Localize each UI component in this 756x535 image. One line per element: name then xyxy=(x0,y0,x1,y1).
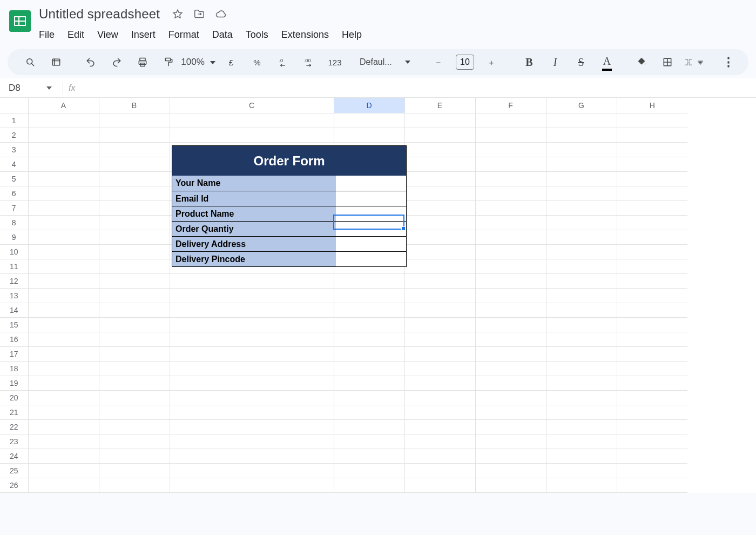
name-box[interactable]: D8 xyxy=(3,81,57,96)
cell-H24[interactable] xyxy=(617,449,687,463)
cell-G1[interactable] xyxy=(546,113,617,128)
cell-H16[interactable] xyxy=(617,332,687,346)
cell-A10[interactable] xyxy=(28,244,99,259)
cell-B2[interactable] xyxy=(99,128,170,142)
menu-view[interactable]: View xyxy=(91,26,125,44)
cell-D24[interactable] xyxy=(334,449,404,463)
cell-C18[interactable] xyxy=(170,361,334,376)
row-header-16[interactable]: 16 xyxy=(0,332,28,346)
cell-B20[interactable] xyxy=(99,390,170,405)
cell-G3[interactable] xyxy=(546,142,617,157)
cell-H4[interactable] xyxy=(617,157,687,171)
cell-B26[interactable] xyxy=(99,478,170,492)
cell-H15[interactable] xyxy=(617,317,687,332)
cell-D12[interactable] xyxy=(334,273,404,288)
row-header-21[interactable]: 21 xyxy=(0,405,28,419)
row-header-5[interactable]: 5 xyxy=(0,171,28,186)
order-form-label[interactable]: Email Id xyxy=(172,191,336,206)
redo-icon[interactable] xyxy=(107,52,126,72)
cell-H23[interactable] xyxy=(617,434,687,449)
row-header-22[interactable]: 22 xyxy=(0,419,28,434)
cell-D20[interactable] xyxy=(334,390,404,405)
bold-button[interactable]: B xyxy=(519,52,539,72)
row-header-19[interactable]: 19 xyxy=(0,376,28,390)
cell-G12[interactable] xyxy=(546,273,617,288)
cell-C15[interactable] xyxy=(170,317,334,332)
cell-E2[interactable] xyxy=(404,128,475,142)
borders-button[interactable] xyxy=(658,52,677,72)
cell-A26[interactable] xyxy=(28,478,99,492)
font-size-increase-button[interactable]: + xyxy=(482,52,501,72)
cell-B24[interactable] xyxy=(99,449,170,463)
cell-F23[interactable] xyxy=(475,434,546,449)
cell-D22[interactable] xyxy=(334,419,404,434)
cell-C13[interactable] xyxy=(170,288,334,303)
cell-E9[interactable] xyxy=(404,230,475,244)
cell-A6[interactable] xyxy=(28,186,99,200)
order-form-value[interactable] xyxy=(336,191,406,206)
cell-H18[interactable] xyxy=(617,361,687,376)
cell-A14[interactable] xyxy=(28,303,99,317)
cell-E10[interactable] xyxy=(404,244,475,259)
print-icon[interactable] xyxy=(133,52,152,72)
cell-A12[interactable] xyxy=(28,273,99,288)
column-header-G[interactable]: G xyxy=(546,98,617,113)
cell-F25[interactable] xyxy=(475,463,546,478)
cell-G20[interactable] xyxy=(546,390,617,405)
cell-G4[interactable] xyxy=(546,157,617,171)
cell-D2[interactable] xyxy=(334,128,404,142)
cell-H11[interactable] xyxy=(617,259,687,273)
cell-H9[interactable] xyxy=(617,230,687,244)
merge-cells-button[interactable] xyxy=(684,52,703,72)
order-form-label[interactable]: Delivery Pincode xyxy=(172,252,336,266)
row-header-7[interactable]: 7 xyxy=(0,200,28,215)
column-header-H[interactable]: H xyxy=(617,98,687,113)
cell-E23[interactable] xyxy=(404,434,475,449)
cell-H25[interactable] xyxy=(617,463,687,478)
zoom-select[interactable]: 100% xyxy=(187,52,206,72)
toolbar-overflow-button[interactable]: ⋮ xyxy=(718,52,738,72)
cell-A22[interactable] xyxy=(28,419,99,434)
cell-B18[interactable] xyxy=(99,361,170,376)
row-header-12[interactable]: 12 xyxy=(0,273,28,288)
cell-D25[interactable] xyxy=(334,463,404,478)
cell-B25[interactable] xyxy=(99,463,170,478)
row-header-11[interactable]: 11 xyxy=(0,259,28,273)
cell-G26[interactable] xyxy=(546,478,617,492)
cell-C16[interactable] xyxy=(170,332,334,346)
cell-A9[interactable] xyxy=(28,230,99,244)
cell-A8[interactable] xyxy=(28,215,99,230)
cell-F24[interactable] xyxy=(475,449,546,463)
cell-D16[interactable] xyxy=(334,332,404,346)
font-family-select[interactable]: Defaul... xyxy=(360,57,410,67)
order-form-label[interactable]: Your Name xyxy=(172,176,336,191)
font-size-input[interactable]: 10 xyxy=(456,55,474,70)
cell-G22[interactable] xyxy=(546,419,617,434)
cell-E19[interactable] xyxy=(404,376,475,390)
cell-B21[interactable] xyxy=(99,405,170,419)
cell-C21[interactable] xyxy=(170,405,334,419)
row-header-18[interactable]: 18 xyxy=(0,361,28,376)
more-formats-button[interactable]: 123 xyxy=(325,52,345,72)
cell-G25[interactable] xyxy=(546,463,617,478)
search-menus-icon[interactable] xyxy=(21,52,40,72)
order-form-value[interactable] xyxy=(336,222,406,236)
cell-F13[interactable] xyxy=(475,288,546,303)
column-header-E[interactable]: E xyxy=(404,98,475,113)
menu-data[interactable]: Data xyxy=(206,26,239,44)
cell-B9[interactable] xyxy=(99,230,170,244)
cell-B15[interactable] xyxy=(99,317,170,332)
row-header-4[interactable]: 4 xyxy=(0,157,28,171)
cell-H26[interactable] xyxy=(617,478,687,492)
order-form-label[interactable]: Delivery Address xyxy=(172,237,336,251)
order-form-label[interactable]: Order Quantiy xyxy=(172,222,336,236)
row-header-20[interactable]: 20 xyxy=(0,390,28,405)
cell-A23[interactable] xyxy=(28,434,99,449)
doc-title[interactable]: Untitled spreadsheet xyxy=(37,5,162,23)
order-form-title[interactable]: Order Form xyxy=(172,146,406,176)
cell-H19[interactable] xyxy=(617,376,687,390)
cell-A13[interactable] xyxy=(28,288,99,303)
cell-F21[interactable] xyxy=(475,405,546,419)
cell-H2[interactable] xyxy=(617,128,687,142)
cell-B1[interactable] xyxy=(99,113,170,128)
